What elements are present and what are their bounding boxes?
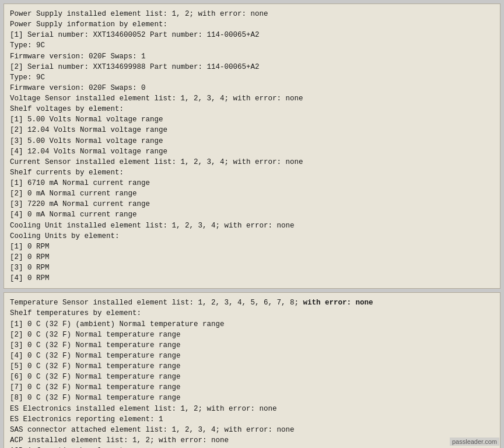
line: ACP installed element list: 1, 2; with e… (10, 435, 494, 446)
panel2-text: Temperature Sensor installed element lis… (10, 298, 494, 448)
line: Firmware version: 020F Swaps: 1 (10, 51, 494, 62)
line: [1] Serial number: XXT134600052 Part num… (10, 30, 494, 40)
line: Shelf voltages by element: (10, 104, 494, 114)
panel-top: Power Supply installed element list: 1, … (4, 4, 501, 289)
watermark: passleader.com (450, 438, 499, 446)
line: Firmware version: 020F Swaps: 0 (10, 83, 494, 93)
line: SAS connector attached element list: 1, … (10, 425, 494, 435)
line: [1] 0 RPM (10, 242, 494, 252)
line: Type: 9C (10, 40, 494, 51)
line: [1] 6710 mA Normal current range (10, 178, 494, 188)
line: [2] Serial number: XXT134699988 Part num… (10, 62, 494, 72)
line: Shelf currents by element: (10, 167, 494, 178)
line: [3] 0 C (32 F) Normal temperature range (10, 340, 494, 351)
line: ES Electronics reporting element: 1 (10, 414, 494, 425)
line: ES Electronics installed element list: 1… (10, 404, 494, 414)
line: Shelf temperatures by element: (10, 308, 494, 318)
line: [8] 0 C (32 F) Normal temperature range (10, 393, 494, 403)
line: [2] 12.04 Volts Normal voltage range (10, 125, 494, 135)
line: Type: 9C (10, 72, 494, 83)
line: [1] 5.00 Volts Normal voltage range (10, 114, 494, 125)
line: [4] 0 mA Normal current range (10, 209, 494, 220)
line: [2] 0 RPM (10, 252, 494, 262)
panel1-text: Power Supply installed element list: 1, … (10, 9, 494, 284)
line: Power Supply installed element list: 1, … (10, 9, 494, 19)
line: [4] 12.04 Volts Normal voltage range (10, 146, 494, 157)
line: [3] 7220 mA Normal current range (10, 199, 494, 209)
line: [4] 0 C (32 F) Normal temperature range (10, 351, 494, 361)
line: [6] 0 C (32 F) Normal temperature range (10, 372, 494, 382)
line: [3] 0 RPM (10, 262, 494, 273)
panel-bottom: Temperature Sensor installed element lis… (4, 292, 501, 448)
line: [3] 5.00 Volts Normal voltage range (10, 136, 494, 146)
line: [7] 0 C (32 F) Normal temperature range (10, 382, 494, 393)
line: Current Sensor installed element list: 1… (10, 157, 494, 167)
line: Cooling Units by element: (10, 231, 494, 242)
line: [4] 0 RPM (10, 273, 494, 284)
line: Temperature Sensor installed element lis… (10, 298, 494, 308)
line: Cooling Unit installed element list: 1, … (10, 220, 494, 231)
line: [2] 0 C (32 F) Normal temperature range (10, 330, 494, 340)
line: [5] 0 C (32 F) Normal temperature range (10, 361, 494, 372)
line: Voltage Sensor installed element list: 1… (10, 93, 494, 104)
line: ACP information by element: (10, 446, 494, 448)
line: [2] 0 mA Normal current range (10, 188, 494, 199)
line: Power Supply information by element: (10, 19, 494, 30)
line: [1] 0 C (32 F) (ambient) Normal temperat… (10, 319, 494, 330)
